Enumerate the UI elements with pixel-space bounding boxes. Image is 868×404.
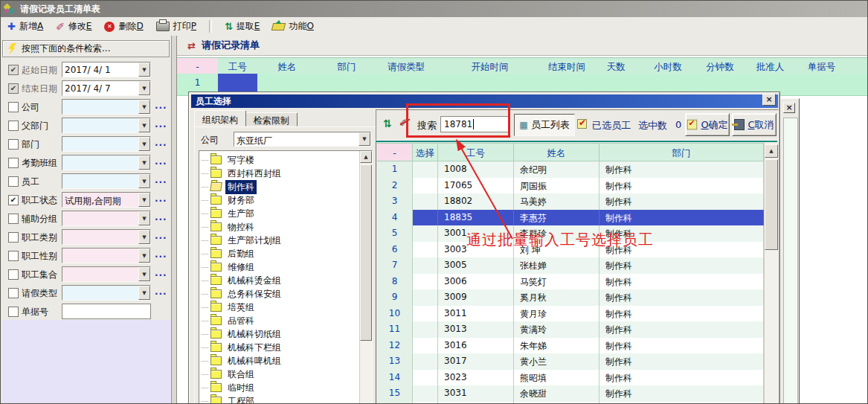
chevron-down-icon[interactable]: ▼ [138, 193, 150, 207]
employee-cell[interactable]: 马笑灯 [514, 274, 599, 290]
filter-more-button[interactable]: ... [155, 268, 167, 278]
filter-more-button[interactable]: ... [155, 175, 167, 185]
chevron-down-icon[interactable]: ▼ [138, 174, 150, 188]
filter-more-button[interactable]: ... [155, 231, 167, 241]
selected-employees-label[interactable]: 已选员工 [592, 119, 631, 132]
filter-combobox[interactable]: ▼ [62, 285, 151, 301]
tree-item[interactable]: 西封科西封组 [202, 167, 283, 180]
employee-cell[interactable]: 制作科 [599, 178, 764, 194]
filter-combobox[interactable]: ▼ [62, 155, 151, 170]
employee-cell[interactable]: 11 [377, 321, 413, 338]
tree-item[interactable]: 机械科切纸组 [202, 327, 283, 341]
chevron-down-icon[interactable]: ▼ [138, 249, 150, 263]
employee-cell[interactable]: 制作科 [599, 338, 764, 354]
chevron-down-icon[interactable]: ▼ [138, 230, 150, 244]
table-row[interactable]: 73005张桂婵制作科 [377, 257, 764, 275]
tree-item[interactable]: 工程部 [202, 394, 257, 404]
employee-cell[interactable]: 马美婷 [514, 193, 599, 210]
refresh-icon[interactable]: ⇅ [383, 118, 392, 129]
filter-checkbox[interactable]: ✔ [8, 195, 19, 205]
scroll-up-icon[interactable]: ▲ [765, 144, 778, 158]
employee-cell[interactable] [413, 385, 438, 402]
table-row[interactable]: 113013黄满玲制作科 [377, 321, 764, 339]
employee-cell[interactable]: 3 [377, 193, 413, 210]
employee-cell[interactable]: 3005 [438, 257, 514, 274]
employee-cell[interactable]: 余纪明 [514, 161, 599, 178]
filter-combobox[interactable]: 试用期,合同期▼ [62, 192, 151, 208]
tree-scrollbar-thumb[interactable] [360, 164, 372, 341]
tree-item[interactable]: 后勤组 [202, 247, 257, 260]
employee-cell[interactable]: 制作科 [599, 385, 764, 402]
filter-combobox[interactable]: ▼ [62, 173, 151, 189]
table-row[interactable]: 133017黄小兰制作科 [377, 353, 764, 371]
filter-combobox[interactable]: ▼ [62, 229, 151, 245]
employee-cell[interactable]: 4 [377, 210, 413, 226]
employee-cell[interactable]: 制作科 [599, 289, 764, 306]
employee-cell[interactable]: 3003 [438, 242, 514, 258]
employee-column-header[interactable]: 部门 [599, 143, 764, 161]
chevron-down-icon[interactable]: ▼ [138, 137, 150, 151]
employee-cell[interactable]: 制作科 [599, 242, 764, 258]
table-row[interactable]: 143023熊昭填制作科 [377, 370, 764, 387]
employee-cell[interactable]: 3013 [438, 321, 514, 338]
table-row[interactable]: 418835李惠芬制作科 [377, 210, 764, 227]
records-cell[interactable] [849, 74, 868, 96]
filter-more-button[interactable]: ... [155, 138, 167, 148]
tree-item[interactable]: 机械科烫金组 [202, 274, 283, 287]
toolbar-edit-button[interactable]: ✐修改E [56, 20, 91, 33]
employee-cell[interactable]: 黄月珍 [514, 306, 599, 322]
employee-cell[interactable]: 制作科 [599, 257, 764, 274]
filter-checkbox[interactable] [8, 269, 19, 280]
employee-cell[interactable] [413, 242, 438, 258]
employee-cell[interactable]: 3011 [438, 306, 514, 322]
tree-item[interactable]: 机械科啤机组 [202, 354, 283, 368]
tree-item[interactable]: 品管科 [202, 314, 257, 327]
employee-cell[interactable]: 黄小兰 [514, 353, 599, 370]
tab-search-limit[interactable]: 检索限制 [245, 112, 298, 126]
tree-item[interactable]: 培英组 [202, 301, 257, 314]
filter-checkbox[interactable] [8, 102, 19, 112]
employee-cell[interactable] [413, 257, 438, 274]
employee-cell[interactable]: 朱年娣 [514, 338, 599, 354]
table-row[interactable]: 153031余晓甜制作科 [377, 385, 764, 403]
tree-item[interactable]: 维修组 [202, 260, 257, 274]
employee-cell[interactable] [413, 306, 438, 322]
employee-cell[interactable] [413, 289, 438, 306]
filter-more-button[interactable]: ... [155, 119, 167, 129]
filter-checkbox[interactable] [8, 214, 19, 224]
filter-more-button[interactable]: ... [155, 249, 167, 260]
filter-more-button[interactable]: ... [155, 212, 167, 222]
employee-cell[interactable]: 18835 [438, 210, 514, 226]
employee-cell[interactable]: 刘 坤 [514, 242, 599, 258]
employee-cell[interactable]: 制作科 [599, 210, 764, 226]
chevron-down-icon[interactable]: ▼ [138, 81, 150, 95]
employee-table-scrollbar[interactable]: ▲ [764, 143, 778, 404]
toolbar-function-button[interactable]: 功能O [272, 20, 313, 33]
employee-cell[interactable]: 14 [377, 370, 413, 386]
employee-cell[interactable]: 7 [377, 257, 413, 274]
cancel-button[interactable]: C取消 [732, 113, 777, 136]
employee-cell[interactable]: 18802 [438, 193, 514, 210]
background-window-close-button[interactable]: × [783, 103, 795, 113]
employee-scrollbar-thumb[interactable] [765, 159, 778, 250]
tree-item[interactable]: 生产部计划组 [202, 234, 283, 247]
employee-cell[interactable]: 周国振 [514, 178, 599, 194]
table-row[interactable]: 123016朱年娣制作科 [377, 338, 764, 355]
employee-cell[interactable]: 2 [377, 178, 413, 194]
filter-checkbox[interactable] [8, 121, 19, 131]
tree-item[interactable]: 联合组 [202, 368, 257, 381]
employee-cell[interactable]: 1008 [438, 161, 514, 178]
edit-icon[interactable]: ✐ [399, 117, 408, 129]
table-row[interactable]: 11008余纪明制作科 [377, 161, 764, 179]
selected-employees-icon[interactable] [577, 119, 587, 129]
panel-divider[interactable] [172, 36, 177, 404]
employee-cell[interactable] [413, 370, 438, 386]
employee-cell[interactable]: 张桂婵 [514, 257, 599, 274]
employee-cell[interactable]: 3006 [438, 274, 514, 290]
filter-combobox[interactable]: ▼ [62, 266, 151, 282]
tree-item[interactable]: 临时组 [202, 381, 257, 394]
chevron-down-icon[interactable]: ▼ [359, 132, 370, 146]
employee-cell[interactable]: 制作科 [599, 161, 764, 178]
table-row[interactable]: 93009奚月秋制作科 [377, 289, 764, 307]
employee-cell[interactable]: 黄满玲 [514, 321, 599, 338]
